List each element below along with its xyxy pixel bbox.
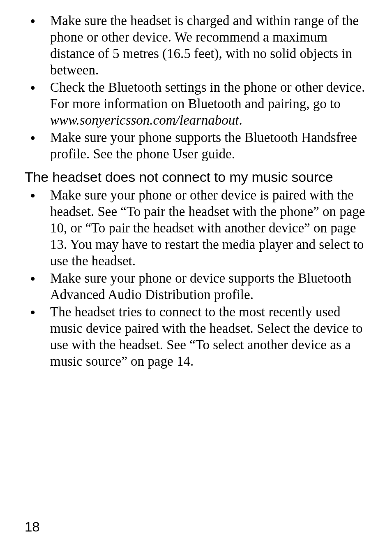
bullet-icon: • xyxy=(25,129,50,147)
page: • Make sure the headset is charged and w… xyxy=(0,0,392,557)
bullet-list-1: • Make sure the headset is charged and w… xyxy=(25,12,367,162)
list-item-text: The headset tries to connect to the most… xyxy=(50,304,367,369)
bullet-icon: • xyxy=(25,79,50,97)
page-number: 18 xyxy=(25,519,40,535)
list-item: • Make sure your phone or other device i… xyxy=(25,187,367,269)
list-item: • Make sure your phone supports the Blue… xyxy=(25,129,367,162)
list-item-text: Check the Bluetooth settings in the phon… xyxy=(50,79,367,128)
list-item-text: Make sure your phone or device supports … xyxy=(50,270,367,303)
bullet-icon: • xyxy=(25,12,50,30)
list-item-text: Make sure your phone or other device is … xyxy=(50,187,367,269)
list-item: • The headset tries to connect to the mo… xyxy=(25,304,367,369)
section-heading: The headset does not connect to my music… xyxy=(25,168,367,186)
list-item-text: Make sure the headset is charged and wit… xyxy=(50,12,367,78)
list-item-text: Make sure your phone supports the Blueto… xyxy=(50,129,367,162)
text-post: . xyxy=(239,113,242,128)
text-pre: Check the Bluetooth settings in the phon… xyxy=(50,80,365,111)
list-item: • Make sure your phone or device support… xyxy=(25,270,367,303)
text-italic-url: www.sonyericsson.com/learnabout xyxy=(50,113,239,128)
list-item: • Check the Bluetooth settings in the ph… xyxy=(25,79,367,128)
list-item: • Make sure the headset is charged and w… xyxy=(25,12,367,78)
bullet-list-2: • Make sure your phone or other device i… xyxy=(25,187,367,369)
bullet-icon: • xyxy=(25,187,50,205)
bullet-icon: • xyxy=(25,304,50,322)
bullet-icon: • xyxy=(25,270,50,288)
